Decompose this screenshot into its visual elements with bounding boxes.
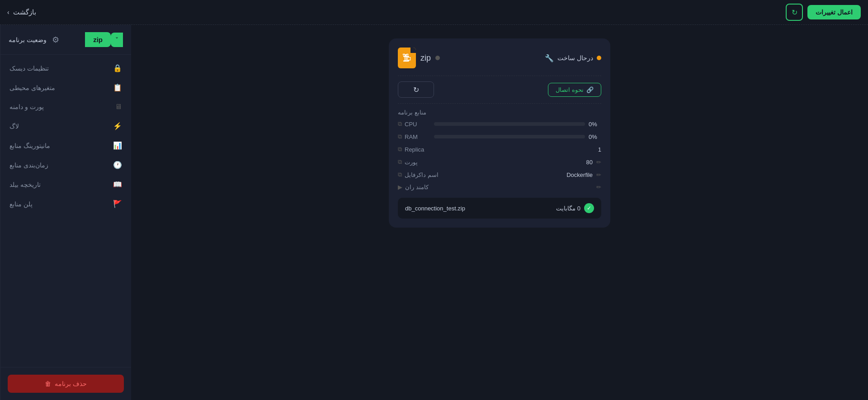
wrench-icon: 🔧 — [545, 54, 554, 62]
dockerfile-row-left: ✏ Dockerfile — [566, 171, 601, 178]
run-command-edit-icon[interactable]: ✏ — [596, 184, 601, 190]
run-command-label: کامند ران — [405, 184, 429, 190]
file-size: 0 مگابایت — [556, 205, 580, 212]
schedule-icon: 🕐 — [113, 161, 122, 169]
main-layout: درحال ساخت 🔧 zip 🗜 🔗 نحوه اتصال — [0, 25, 868, 400]
dockerfile-copy-icon[interactable]: ⧉ — [398, 171, 402, 178]
delete-icon: 🗑 — [45, 380, 51, 387]
sidebar-item-plan-label: پلن منابع — [9, 200, 33, 208]
cpu-row-left: 0% — [434, 121, 601, 128]
app-name-header: zip — [420, 53, 431, 63]
cpu-label: CPU — [405, 121, 417, 128]
back-label: بازگشت — [13, 8, 36, 16]
app-badge: ˅ zip — [85, 32, 123, 47]
sidebar-item-schedule-label: زمان‌بندی منابع — [9, 162, 48, 169]
card-header-left: درحال ساخت 🔧 — [545, 54, 601, 62]
refresh-card-button[interactable]: ↻ — [398, 81, 434, 98]
cpu-percent: 0% — [589, 121, 601, 128]
cpu-copy-icon[interactable]: ⧉ — [398, 120, 402, 128]
card-separator-1 — [398, 76, 601, 76]
delete-label: حذف برنامه — [55, 380, 87, 387]
resources-title: منابع برنامه — [398, 109, 601, 116]
dockerfile-row: ✏ Dockerfile اسم داکرفایل ⧉ — [398, 171, 601, 178]
dockerfile-edit-icon[interactable]: ✏ — [596, 171, 601, 178]
port-label: پورت — [405, 159, 418, 166]
app-card: درحال ساخت 🔧 zip 🗜 🔗 نحوه اتصال — [389, 38, 610, 228]
file-upload-left: ✓ 0 مگابایت — [556, 203, 594, 213]
content-area: درحال ساخت 🔧 zip 🗜 🔗 نحوه اتصال — [131, 25, 868, 400]
replica-label: Replica — [405, 146, 424, 153]
sidebar-item-schedule[interactable]: 🕐 زمان‌بندی منابع — [0, 155, 131, 175]
port-edit-icon[interactable]: ✏ — [596, 159, 601, 166]
ram-row-left: 0% — [434, 133, 601, 140]
zip-file-icon: 🗜 — [398, 48, 416, 68]
sidebar-item-monitor-label: مانیتورینگ منابع — [9, 142, 50, 149]
status-label: وضعیت برنامه — [9, 36, 47, 43]
sidebar-item-monitor[interactable]: 📊 مانیتورینگ منابع — [0, 136, 131, 155]
refresh-top-button[interactable]: ↻ — [786, 4, 803, 21]
card-header-right: zip 🗜 — [398, 48, 440, 68]
refresh-card-icon: ↻ — [413, 86, 419, 94]
log-icon: ⚡ — [113, 122, 122, 130]
file-check-icon: ✓ — [584, 203, 594, 213]
port-row: ✏ 80 پورت ⧉ — [398, 158, 601, 166]
sidebar-item-env-label: متغیرهای محیطی — [9, 84, 55, 91]
link-icon: 🔗 — [586, 86, 594, 93]
back-chevron-icon: › — [7, 9, 9, 16]
app-badge-chevron-icon: ˅ — [111, 33, 123, 47]
replica-row-right: Replica ⧉ — [398, 146, 424, 153]
connect-button[interactable]: 🔗 نحوه اتصال — [548, 83, 601, 97]
ram-row-right: RAM ⧉ — [398, 133, 434, 140]
app-badge-name: zip — [85, 32, 111, 47]
ram-row: 0% RAM ⧉ — [398, 133, 601, 140]
file-upload-row: ✓ 0 مگابایت db_connection_test.zip — [398, 198, 601, 219]
building-label: درحال ساخت — [557, 54, 593, 62]
gear-icon[interactable]: ⚙ — [52, 35, 59, 45]
replica-row-left: 1 — [598, 146, 601, 153]
cpu-row: 0% CPU ⧉ — [398, 120, 601, 128]
topbar-left: اعمال تغییرات ↻ — [786, 4, 861, 21]
apply-button[interactable]: اعمال تغییرات — [807, 5, 861, 19]
history-icon: 📖 — [113, 180, 122, 189]
ram-percent: 0% — [589, 133, 601, 140]
sidebar-item-disk[interactable]: 🔒 تنظیمات دیسک — [0, 58, 131, 78]
action-row: 🔗 نحوه اتصال ↻ — [398, 81, 601, 98]
sidebar-item-history[interactable]: 📖 تاریخچه بیلد — [0, 175, 131, 194]
replica-row: 1 Replica ⧉ — [398, 146, 601, 153]
sidebar-footer: حذف برنامه 🗑 — [0, 367, 131, 400]
sidebar-nav: 🔒 تنظیمات دیسک 📋 متغیرهای محیطی 🖥 پورت و… — [0, 55, 131, 367]
dockerfile-label: اسم داکرفایل — [405, 171, 439, 178]
plan-icon: 🚩 — [113, 200, 122, 208]
sidebar-item-history-label: تاریخچه بیلد — [9, 181, 41, 188]
run-command-row-left: ✏ — [593, 184, 601, 190]
run-command-copy-icon[interactable]: ▶ — [398, 184, 402, 190]
run-command-row-right: کامند ران ▶ — [398, 184, 429, 190]
delete-button[interactable]: حذف برنامه 🗑 — [8, 375, 124, 393]
card-header: درحال ساخت 🔧 zip 🗜 — [398, 48, 601, 68]
sidebar-top: ˅ zip ⚙ وضعیت برنامه — [0, 25, 131, 55]
port-copy-icon[interactable]: ⧉ — [398, 158, 402, 166]
port-icon: 🖥 — [115, 103, 122, 111]
sidebar: ˅ zip ⚙ وضعیت برنامه 🔒 تنظیمات دیسک 📋 مت… — [0, 25, 131, 400]
building-status-dot — [597, 56, 601, 60]
sidebar-item-plan[interactable]: 🚩 پلن منابع — [0, 194, 131, 214]
dockerfile-row-right: اسم داکرفایل ⧉ — [398, 171, 439, 178]
disk-icon: 🔒 — [113, 64, 122, 72]
sidebar-item-port[interactable]: 🖥 پورت و دامنه — [0, 97, 131, 116]
replica-value: 1 — [598, 146, 601, 153]
sidebar-item-port-label: پورت و دامنه — [9, 103, 44, 110]
ram-copy-icon[interactable]: ⧉ — [398, 133, 402, 140]
port-row-left: ✏ 80 — [586, 159, 601, 166]
port-value: 80 — [586, 159, 593, 166]
file-name: db_connection_test.zip — [405, 205, 465, 212]
refresh-top-icon: ↻ — [792, 8, 797, 17]
ram-label: RAM — [405, 133, 418, 140]
sidebar-item-env[interactable]: 📋 متغیرهای محیطی — [0, 78, 131, 97]
card-separator-2 — [398, 103, 601, 104]
replica-copy-icon[interactable]: ⧉ — [398, 146, 402, 153]
cpu-progress-bg — [434, 122, 585, 126]
cpu-row-right: CPU ⧉ — [398, 120, 434, 128]
dockerfile-value: Dockerfile — [566, 171, 593, 178]
connect-label: نحوه اتصال — [556, 86, 584, 93]
sidebar-item-log[interactable]: ⚡ لاگ — [0, 116, 131, 136]
